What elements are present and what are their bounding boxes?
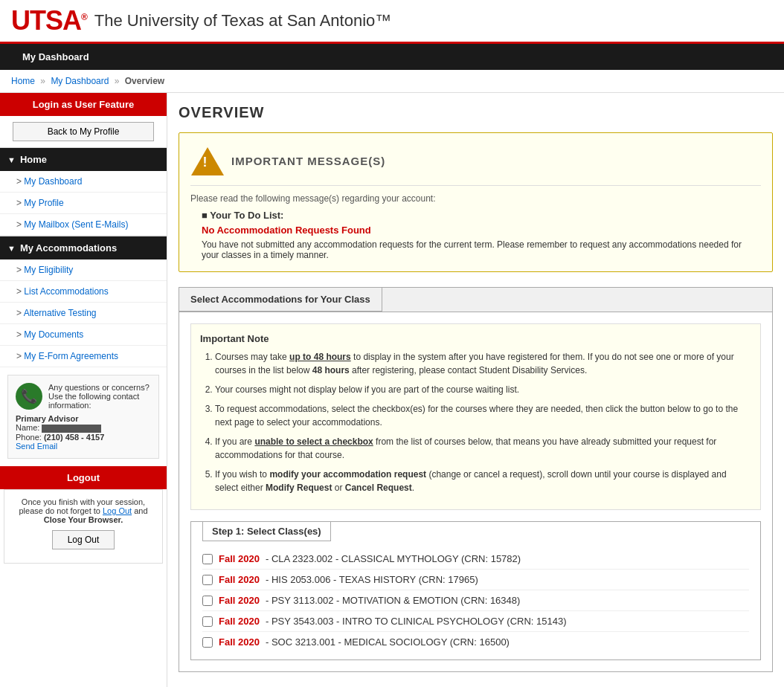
course-checkbox-3[interactable] [202, 616, 213, 627]
log-out-link[interactable]: Log Out [103, 506, 132, 515]
phone-label: Phone: [16, 433, 42, 442]
note-item-3: To request accommodations, select the ch… [215, 402, 751, 429]
information-text: information: [48, 401, 91, 410]
phone-number: (210) 458 - 4157 [44, 433, 104, 442]
course-row-1: Fall 2020 - HIS 2053.006 - TEXAS HISTORY… [202, 570, 749, 590]
utsa-tagline: The University of Texas at San Antonio™ [94, 11, 391, 30]
important-note-title: Important Note [200, 333, 751, 344]
accommodations-arrow-icon: ▼ [7, 244, 16, 253]
select-accommodations-panel: Select Accommodations for Your Class Imp… [179, 287, 773, 672]
no-accommodation-text: No Accommodation Requests Found [202, 225, 761, 236]
important-note-box: Important Note Courses may take up to 48… [190, 323, 761, 510]
step1-header: Step 1: Select Class(es) [202, 521, 331, 541]
home-section: ▼ Home My Dashboard My Profile My Mailbo… [0, 147, 167, 236]
accommodations-section-label: My Accommodations [20, 242, 117, 254]
sidebar-item-my-mailbox[interactable]: My Mailbox (Sent E-Mails) [0, 214, 167, 236]
note-item-2: Your courses might not display below if … [215, 383, 751, 396]
sidebar: Login as User Feature Back to My Profile… [0, 93, 167, 687]
navbar: My Dashboard [0, 44, 784, 70]
logout-and-text: and [134, 506, 147, 515]
contact-inner: 📞 Any questions or concerns? Use the fol… [16, 383, 151, 410]
layout: Login as User Feature Back to My Profile… [0, 93, 784, 687]
sidebar-item-my-eform-agreements[interactable]: My E-Form Agreements [0, 346, 167, 367]
logout-content: Once you finish with your session, pleas… [4, 489, 163, 564]
step1-container: Step 1: Select Class(es) Fall 2020 - CLA… [190, 521, 761, 660]
sidebar-item-alternative-testing[interactable]: Alternative Testing [0, 303, 167, 324]
course-row-0: Fall 2020 - CLA 2323.002 - CLASSICAL MYT… [202, 549, 749, 570]
warning-icon [190, 144, 224, 178]
my-dashboard-nav[interactable]: My Dashboard [11, 44, 100, 70]
breadcrumb-my-dashboard[interactable]: My Dashboard [51, 76, 109, 86]
course-term-2: Fall 2020 [219, 595, 260, 606]
breadcrumb-overview: Overview [125, 76, 164, 86]
course-details-4: - SOC 3213.001 - MEDICAL SOCIOLOGY (CRN:… [266, 636, 510, 648]
course-term-4: Fall 2020 [219, 636, 260, 648]
contact-box: 📞 Any questions or concerns? Use the fol… [7, 375, 159, 459]
course-row-2: Fall 2020 - PSY 3113.002 - MOTIVATION & … [202, 590, 749, 611]
course-checkbox-1[interactable] [202, 575, 213, 585]
course-checkbox-2[interactable] [202, 596, 213, 606]
course-row-3: Fall 2020 - PSY 3543.003 - INTRO TO CLIN… [202, 611, 749, 632]
home-arrow-icon: ▼ [7, 155, 16, 164]
page-title: OVERVIEW [179, 104, 773, 121]
note-item-5: If you wish to modify your accommodation… [215, 468, 751, 494]
course-checkbox-4[interactable] [202, 637, 213, 648]
advisor-name-bar [42, 425, 101, 433]
accommodations-section-header[interactable]: ▼ My Accommodations [0, 236, 167, 259]
course-term-3: Fall 2020 [219, 616, 260, 627]
main-content: OVERVIEW IMPORTANT MESSAGE(S) Please rea… [167, 93, 784, 687]
sidebar-item-my-profile[interactable]: My Profile [0, 193, 167, 214]
important-notes-list: Courses may take up to 48 hours to displ… [200, 350, 751, 494]
course-term-1: Fall 2020 [219, 574, 260, 585]
breadcrumb: Home » My Dashboard » Overview [0, 70, 784, 93]
sidebar-item-my-eligibility[interactable]: My Eligibility [0, 259, 167, 281]
primary-advisor-label: Primary Advisor [16, 414, 79, 423]
course-details-3: - PSY 3543.003 - INTRO TO CLINICAL PSYCH… [266, 616, 567, 627]
warning-triangle [191, 147, 224, 175]
breadcrumb-sep1: » [40, 76, 48, 86]
sidebar-item-list-accommodations[interactable]: List Accommodations [0, 281, 167, 303]
logout-box: Logout [0, 466, 167, 489]
important-title: IMPORTANT MESSAGE(S) [231, 155, 385, 167]
course-term-0: Fall 2020 [219, 553, 260, 564]
header: UTSA® The University of Texas at San Ant… [0, 0, 784, 44]
important-message-header: IMPORTANT MESSAGE(S) [190, 144, 761, 186]
send-email-link[interactable]: Send Email [16, 442, 57, 451]
course-details-1: - HIS 2053.006 - TEXAS HISTORY (CRN: 179… [266, 574, 478, 585]
log-out-button[interactable]: Log Out [52, 530, 115, 549]
important-message-box: IMPORTANT MESSAGE(S) Please read the fol… [179, 132, 773, 272]
sidebar-item-my-dashboard[interactable]: My Dashboard [0, 171, 167, 193]
note-item-4: If you are unable to select a checkbox f… [215, 435, 751, 462]
course-checkbox-0[interactable] [202, 554, 213, 564]
sidebar-item-my-documents[interactable]: My Documents [0, 324, 167, 346]
utsa-logo: UTSA® The University of Texas at San Ant… [11, 7, 391, 34]
note-item-1: Courses may take up to 48 hours to displ… [215, 350, 751, 377]
utsa-letters: UTSA® [11, 7, 87, 34]
back-to-profile-button[interactable]: Back to My Profile [13, 122, 154, 141]
course-details-0: - CLA 2323.002 - CLASSICAL MYTHOLOGY (CR… [266, 553, 521, 564]
login-as-user-box: Login as User Feature [0, 93, 167, 116]
advisor-info: Primary Advisor Name: Phone: (210) 458 -… [16, 414, 151, 451]
phone-icon: 📞 [16, 383, 42, 410]
breadcrumb-sep2: » [115, 76, 122, 86]
name-label: Name: [16, 423, 39, 432]
contact-text: Any questions or concerns? Use the follo… [48, 383, 150, 410]
important-subtitle: Please read the following message(s) reg… [190, 193, 761, 204]
step1-courses: Fall 2020 - CLA 2323.002 - CLASSICAL MYT… [191, 541, 760, 659]
select-accommodations-tab[interactable]: Select Accommodations for Your Class [179, 288, 382, 312]
course-row-4: Fall 2020 - SOC 3213.001 - MEDICAL SOCIO… [202, 632, 749, 652]
panel-tab-bar: Select Accommodations for Your Class [179, 288, 772, 312]
accommodations-section: ▼ My Accommodations My Eligibility List … [0, 236, 167, 367]
use-following-text: Use the following contact [48, 392, 139, 401]
any-questions-text: Any questions or concerns? [48, 383, 150, 392]
close-browser-text: Close Your Browser. [44, 515, 123, 524]
course-details-2: - PSY 3113.002 - MOTIVATION & EMOTION (C… [266, 595, 520, 606]
home-section-label: Home [20, 154, 47, 165]
breadcrumb-home[interactable]: Home [11, 76, 35, 86]
todo-title: ■ Your To Do List: [202, 210, 761, 221]
accommodation-note: You have not submitted any accommodation… [202, 239, 761, 260]
home-section-header[interactable]: ▼ Home [0, 148, 167, 171]
